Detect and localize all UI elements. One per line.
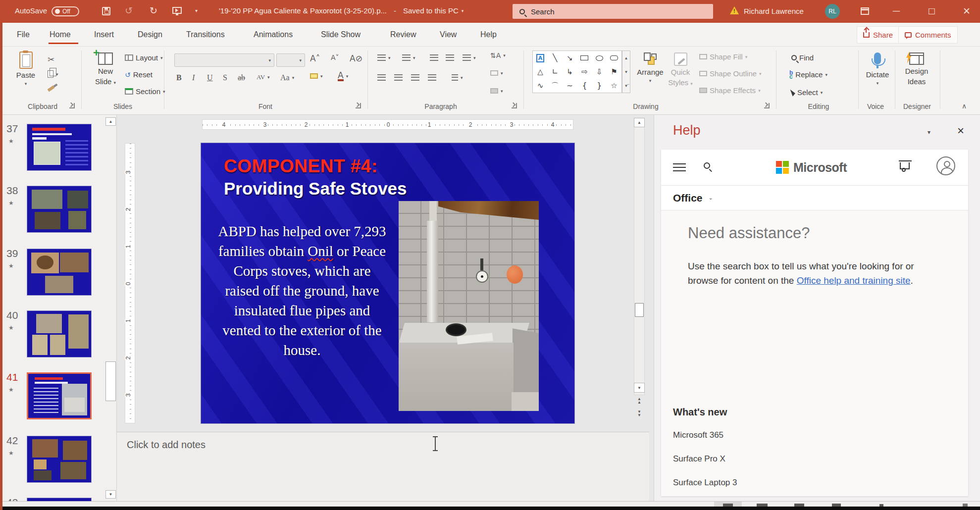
share-button[interactable]: Share	[857, 26, 899, 44]
account-button[interactable]: RL	[825, 4, 840, 19]
shape-elbow-connector[interactable]: ∟	[548, 65, 563, 79]
find-button[interactable]: Find	[791, 53, 814, 62]
section-button[interactable]: Section▾	[125, 87, 165, 96]
drawing-dialog-launcher[interactable]	[764, 103, 770, 108]
undo-button[interactable]: ↺	[125, 5, 133, 16]
next-slide-button[interactable]: ▼▼	[635, 410, 643, 417]
align-left-button[interactable]	[377, 74, 386, 81]
tab-review[interactable]: Review	[390, 23, 416, 47]
shape-right-brace[interactable]: }	[592, 79, 607, 93]
autosave-toggle[interactable]: Off	[52, 6, 79, 16]
clear-formatting-button[interactable]: A⊘	[350, 53, 362, 63]
account-icon[interactable]	[936, 156, 955, 175]
office-help-link[interactable]: Office help and training site	[797, 275, 911, 286]
text-direction-button[interactable]: ⇅A▾	[490, 51, 506, 59]
editing-scroll-down-button[interactable]: ▼	[634, 383, 645, 393]
collapse-ribbon-button[interactable]: ∧	[962, 102, 967, 110]
shape-oval[interactable]	[592, 51, 607, 65]
shape-fill-button[interactable]: Shape Fill▾	[699, 52, 747, 61]
shape-triangle[interactable]: △	[533, 65, 548, 79]
ribbon-display-options-button[interactable]	[861, 7, 869, 15]
shape-arrow[interactable]: ↘	[563, 51, 577, 65]
align-center-button[interactable]	[394, 74, 403, 81]
maximize-button[interactable]: □	[928, 6, 935, 15]
font-color-button[interactable]: A▾	[338, 71, 348, 81]
microsoft-logo[interactable]: Microsoft	[776, 160, 847, 175]
font-name-select[interactable]: ▾	[174, 53, 274, 67]
slide-thumbnail-39[interactable]	[27, 249, 92, 296]
help-pane-options-button[interactable]: ▾	[928, 129, 930, 136]
editing-scroll-up-button[interactable]: ▲	[634, 118, 645, 127]
strikethrough-button[interactable]: ab	[238, 73, 245, 82]
notes-area[interactable]: Click to add notes	[117, 432, 649, 501]
copy-button[interactable]: ▾	[48, 70, 58, 78]
design-ideas-button[interactable]: Design Ideas	[900, 52, 933, 86]
shape-scribble[interactable]: ∿	[533, 79, 548, 93]
tab-design[interactable]: Design	[138, 23, 162, 47]
increase-indent-button[interactable]	[446, 54, 454, 61]
format-painter-button[interactable]	[48, 87, 54, 90]
slide-thumbnail-38[interactable]	[27, 186, 92, 233]
font-dialog-launcher[interactable]	[356, 103, 361, 108]
slide-title-line2[interactable]: Providing Safe Stoves	[224, 179, 407, 199]
slide-thumbnail-43[interactable]	[27, 498, 92, 501]
underline-button[interactable]: U	[207, 73, 213, 82]
save-button[interactable]	[102, 7, 110, 15]
quick-access-customize-button[interactable]: ▾	[195, 8, 198, 13]
shape-left-brace[interactable]: {	[577, 79, 592, 93]
decrease-indent-button[interactable]	[430, 54, 438, 61]
reset-button[interactable]: ↺Reset	[125, 70, 153, 79]
slide-thumbnail-40[interactable]	[27, 310, 92, 357]
thumbnails-scroll-down-button[interactable]: ▼	[105, 490, 116, 499]
tab-help[interactable]: Help	[480, 23, 497, 47]
minimize-button[interactable]: —	[892, 6, 900, 15]
slide-title-line1[interactable]: COMPONENT #4:	[224, 156, 378, 177]
shape-down-arrow[interactable]: ⇩	[592, 65, 607, 79]
shrink-font-button[interactable]: A˅	[331, 53, 339, 61]
comments-button[interactable]: Comments	[898, 26, 958, 44]
whats-new-item-surface-laptop-3[interactable]: Surface Laptop 3	[673, 478, 737, 488]
previous-slide-button[interactable]: ▲▲	[635, 397, 643, 404]
shapes-gallery-scrollbar[interactable]: ▲ ▼ ▼̅	[622, 51, 630, 93]
tab-file[interactable]: File	[17, 23, 30, 47]
slide-body-text[interactable]: ABPD has helped over 7,293 families obta…	[218, 221, 386, 360]
columns-button[interactable]: ▾	[452, 74, 463, 81]
align-text-button[interactable]: ▾	[490, 70, 503, 76]
redo-button[interactable]: ↻	[150, 5, 157, 16]
whats-new-item-surface-pro-x[interactable]: Surface Pro X	[673, 454, 725, 464]
font-size-select[interactable]: ▾	[276, 53, 305, 67]
paragraph-dialog-launcher[interactable]	[512, 103, 517, 108]
editing-scrollbar-track[interactable]	[634, 118, 645, 395]
vertical-ruler[interactable]: 3 2 1 0 1 2 3	[125, 143, 135, 423]
slide-thumbnail-42[interactable]	[27, 436, 92, 483]
tab-insert[interactable]: Insert	[94, 23, 114, 47]
shape-line[interactable]: ╲	[548, 51, 563, 65]
shape-curve[interactable]: ∼	[563, 79, 577, 93]
shape-text-box[interactable]: A	[533, 51, 548, 65]
office-category-dropdown[interactable]: Office	[673, 192, 703, 204]
slide-photo[interactable]	[399, 201, 539, 411]
clipboard-dialog-launcher[interactable]	[69, 103, 75, 108]
thumbnails-scroll-up-button[interactable]: ▲	[105, 117, 116, 126]
replace-button[interactable]: bcReplace▾	[789, 70, 827, 79]
shape-rectangle[interactable]	[577, 51, 592, 65]
bold-button[interactable]: B	[176, 73, 182, 82]
dictate-button[interactable]: Dictate ▾	[864, 52, 891, 86]
tab-transitions[interactable]: Transitions	[186, 23, 225, 47]
shape-rounded-rectangle[interactable]	[607, 51, 621, 65]
numbering-button[interactable]: ▾	[402, 54, 415, 61]
shape-outline-button[interactable]: Shape Outline▾	[699, 69, 762, 78]
sync-warning-button[interactable]	[730, 6, 739, 14]
help-pane-close-button[interactable]: ×	[957, 124, 964, 138]
slide-thumbnail-37[interactable]	[27, 124, 92, 171]
new-slide-button[interactable]: New Slide ▾	[90, 52, 121, 86]
start-presentation-button[interactable]	[172, 7, 182, 14]
paste-button[interactable]: Paste ▾	[11, 51, 41, 86]
line-spacing-button[interactable]: ▾	[463, 54, 476, 61]
shape-effects-button[interactable]: Shape Effects▾	[699, 86, 761, 95]
slide-canvas[interactable]: COMPONENT #4: Providing Safe Stoves ABPD…	[201, 143, 574, 423]
menu-icon[interactable]	[673, 163, 686, 171]
highlight-color-button[interactable]: ▾	[310, 73, 323, 79]
bullets-button[interactable]: ▾	[377, 54, 391, 61]
italic-button[interactable]: I	[192, 73, 195, 82]
